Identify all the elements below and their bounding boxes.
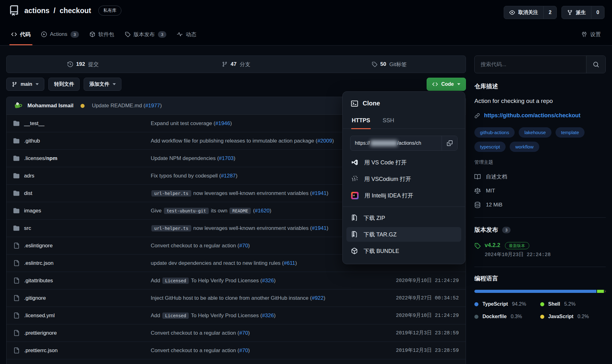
file-icon: [13, 313, 19, 318]
topic-pill[interactable]: workflow: [510, 142, 539, 152]
issue-link[interactable]: #1977: [145, 103, 160, 109]
folder-link[interactable]: adrs: [13, 173, 151, 179]
open-intellij-item[interactable]: IJ 用 Intellij IDEA 打开: [346, 188, 461, 203]
language-name: TypeScript: [482, 301, 508, 307]
add-file-button[interactable]: 添加文件: [84, 78, 121, 91]
message-text: ): [248, 330, 250, 336]
unwatch-button[interactable]: 取消关注 2: [504, 6, 557, 19]
issue-link[interactable]: #326: [262, 313, 274, 318]
repo-owner-link[interactable]: actions: [24, 7, 50, 15]
issue-link[interactable]: #922: [312, 295, 324, 301]
download-targz-item[interactable]: 下载 TAR.GZ: [346, 227, 461, 242]
releases-section-title[interactable]: 版本发布 3: [474, 226, 606, 234]
tab-releases[interactable]: 版本发布 3: [120, 27, 171, 41]
open-vscodium-item[interactable]: 用 VSCodium 打开: [346, 172, 461, 186]
issue-link[interactable]: #1941: [312, 190, 326, 196]
branches-label: 分支: [240, 61, 250, 68]
clone-header: Clone: [343, 92, 465, 107]
issue-link[interactable]: #1703: [219, 155, 233, 161]
tab-activity[interactable]: 动态: [173, 27, 201, 41]
open-vscodium-label: 用 VSCodium 打开: [364, 175, 411, 183]
folder-link[interactable]: src: [13, 225, 151, 231]
fork-button[interactable]: 派生 0: [561, 6, 605, 19]
repo-meta-list: 自述文档 MIT 12 MiB: [474, 170, 606, 212]
tags-stat[interactable]: 50 Git标签: [313, 56, 466, 73]
issue-link[interactable]: #2009: [317, 138, 332, 144]
goto-file-button[interactable]: 转到文件: [48, 78, 80, 91]
topic-pill[interactable]: template: [556, 127, 585, 138]
tab-ssh[interactable]: SSH: [382, 113, 395, 129]
tab-code[interactable]: 代码: [7, 27, 35, 41]
file-link[interactable]: .gitignore: [13, 295, 151, 301]
topic-pill[interactable]: lakehouse: [519, 127, 551, 138]
issue-link[interactable]: #1946: [215, 120, 230, 126]
branch-selector[interactable]: main: [6, 78, 44, 91]
wrench-icon: [581, 32, 587, 37]
commit-author[interactable]: Mohammad Ismail: [27, 103, 73, 109]
tab-settings[interactable]: 设置: [577, 27, 605, 41]
issue-link[interactable]: #70: [239, 243, 248, 249]
zip-file-icon: [351, 231, 358, 238]
language-legend-item[interactable]: Shell5.2%: [540, 301, 606, 307]
repo-name-link[interactable]: checkout: [60, 7, 91, 15]
language-legend-item[interactable]: JavaScript0.2%: [540, 314, 606, 319]
commit-status-icon[interactable]: [81, 104, 85, 108]
clone-url-input[interactable]: https://█████████/actions/ch: [350, 136, 442, 150]
manage-topics-link[interactable]: 管理主题: [474, 159, 606, 165]
unwatch-label: 取消关注: [518, 9, 538, 16]
file-link[interactable]: .licensed.yml: [13, 313, 151, 319]
folder-link[interactable]: .licenses/npm: [13, 155, 151, 162]
issue-link[interactable]: #1620: [255, 208, 269, 214]
language-bar[interactable]: [474, 290, 606, 293]
download-zip-item[interactable]: 下载 ZIP: [346, 211, 461, 225]
avatar[interactable]: [13, 101, 23, 110]
folder-link[interactable]: __test__: [13, 120, 151, 127]
forks-count[interactable]: 0: [591, 6, 604, 19]
download-targz-label: 下载 TAR.GZ: [364, 231, 397, 238]
tab-actions[interactable]: Actions 3: [37, 27, 83, 41]
copy-url-button[interactable]: [442, 136, 457, 150]
readme-item[interactable]: 自述文档: [474, 170, 606, 184]
language-legend-item[interactable]: Dockerfile0.3%: [474, 314, 540, 319]
website-link[interactable]: https://github.com/actions/checkout: [484, 112, 580, 119]
releases-count-badge: 3: [502, 227, 511, 233]
actions-count-badge: 3: [71, 31, 79, 38]
code-button[interactable]: Code: [427, 78, 466, 91]
file-link[interactable]: .prettierrc.json: [13, 347, 151, 354]
file-icon: [13, 278, 19, 284]
entry-commit-message: url-helper.ts now leverages well-known e…: [151, 225, 365, 231]
release-tag-link[interactable]: v4.2.2: [485, 242, 500, 248]
issue-link[interactable]: #611: [284, 260, 295, 266]
file-link[interactable]: .gitattributes: [13, 278, 151, 284]
branch-name: main: [21, 81, 32, 87]
issue-link[interactable]: #1287: [221, 173, 236, 179]
message-text: its own: [209, 208, 229, 214]
issue-link[interactable]: #1941: [312, 225, 326, 231]
topic-pill[interactable]: github-actions: [474, 127, 515, 138]
topic-pill[interactable]: typescript: [474, 142, 506, 152]
open-vscode-item[interactable]: 用 VS Code 打开: [346, 155, 461, 170]
tab-https[interactable]: HTTPS: [351, 113, 371, 129]
message-text: To Help Verify Prod Licenses (: [189, 313, 262, 318]
fork-icon: [567, 10, 573, 15]
url-masked: █████████: [370, 140, 397, 146]
file-link[interactable]: .eslintignore: [13, 243, 151, 249]
tab-packages[interactable]: 软件包: [85, 27, 119, 41]
watchers-count[interactable]: 2: [543, 6, 556, 19]
search-input[interactable]: [475, 56, 586, 73]
tag-icon: [474, 243, 481, 249]
branches-stat[interactable]: 47 分支: [159, 56, 312, 73]
issue-link[interactable]: #326: [262, 278, 274, 284]
download-bundle-item[interactable]: 下载 BUNDLE: [346, 244, 461, 258]
search-button[interactable]: [586, 56, 605, 73]
folder-link[interactable]: .github: [13, 138, 151, 144]
commits-stat[interactable]: 192 提交: [7, 56, 159, 73]
folder-link[interactable]: dist: [13, 190, 151, 197]
folder-link[interactable]: images: [13, 208, 151, 214]
file-link[interactable]: .eslintrc.json: [13, 260, 151, 266]
license-item[interactable]: MIT: [474, 184, 606, 198]
language-legend-item[interactable]: TypeScript94.2%: [474, 301, 540, 307]
issue-link[interactable]: #70: [239, 330, 248, 336]
file-link[interactable]: .prettierignore: [13, 330, 151, 336]
issue-link[interactable]: #70: [239, 347, 248, 353]
